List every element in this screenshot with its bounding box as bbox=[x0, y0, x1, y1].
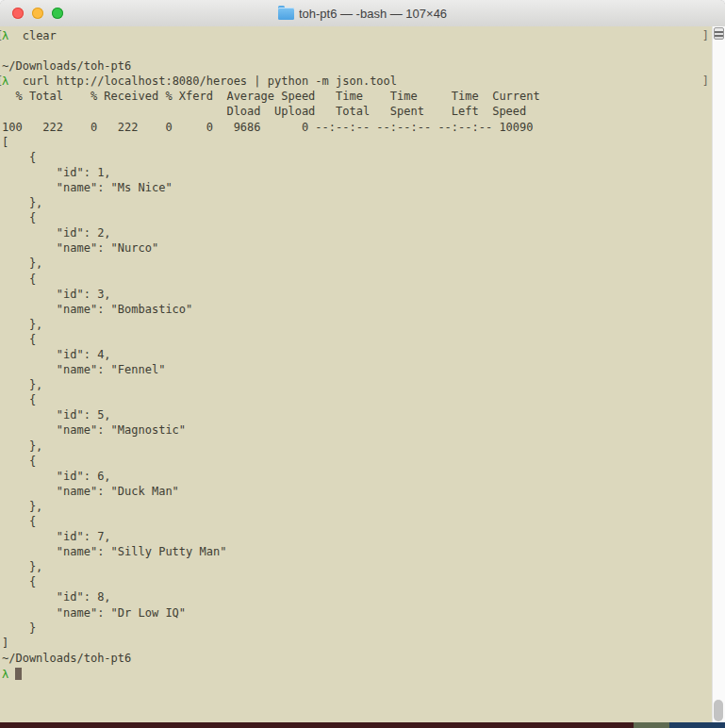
zoom-button[interactable] bbox=[52, 8, 63, 19]
blank-line bbox=[2, 43, 713, 58]
command-line: [λ curl http://localhost:8080/heroes | p… bbox=[2, 74, 713, 89]
prompt-line: λ bbox=[2, 666, 713, 681]
scrollbar-marks-icon bbox=[714, 27, 724, 40]
command-text: curl http://localhost:8080/heroes | pyth… bbox=[8, 74, 397, 88]
title-group: toh-pt6 — -bash — 107×46 bbox=[278, 7, 447, 21]
output-line: "name": "Dr Low IQ" bbox=[2, 605, 713, 620]
background-window-segment bbox=[669, 722, 725, 728]
background-window-segment bbox=[0, 722, 634, 728]
prompt-space bbox=[8, 668, 15, 681]
minimize-button[interactable] bbox=[32, 8, 43, 19]
terminal-mark-left: [ bbox=[0, 74, 3, 89]
output-line: "id": 2, bbox=[2, 225, 713, 240]
output-line: "id": 8, bbox=[2, 589, 713, 604]
output-line: "id": 3, bbox=[2, 287, 713, 302]
output-line: { bbox=[2, 514, 713, 529]
output-line: }, bbox=[2, 195, 713, 210]
output-line: 100 222 0 222 0 0 9686 0 --:--:-- --:--:… bbox=[2, 120, 713, 135]
output-line: "id": 5, bbox=[2, 407, 713, 422]
output-line: ~/Downloads/toh-pt6 bbox=[2, 651, 713, 666]
output-line: "name": "Duck Man" bbox=[2, 484, 713, 499]
output-line: ~/Downloads/toh-pt6 bbox=[2, 58, 713, 74]
output-line: ] bbox=[2, 636, 713, 651]
output-line: { bbox=[2, 272, 713, 287]
window-title: toh-pt6 — -bash — 107×46 bbox=[299, 7, 447, 21]
terminal-cursor bbox=[15, 668, 22, 680]
background-window-edge bbox=[0, 722, 725, 728]
output-line: "id": 1, bbox=[2, 165, 713, 180]
output-line: }, bbox=[2, 499, 713, 514]
output-line: "name": "Magnostic" bbox=[2, 422, 713, 438]
close-button[interactable] bbox=[12, 8, 24, 19]
terminal-mark-left: [ bbox=[0, 28, 3, 43]
output-line: { bbox=[2, 210, 713, 225]
output-line: "id": 4, bbox=[2, 347, 713, 362]
title-bar[interactable]: toh-pt6 — -bash — 107×46 bbox=[0, 0, 725, 27]
output-line: }, bbox=[2, 317, 713, 332]
output-line: "name": "Nurco" bbox=[2, 240, 713, 256]
output-line: "id": 7, bbox=[2, 529, 713, 544]
output-line: "name": "Ms Nice" bbox=[2, 180, 713, 195]
terminal-mark-right: ] bbox=[702, 28, 709, 43]
terminal-screen[interactable]: [λ clear]~/Downloads/toh-pt6[λ curl http… bbox=[0, 26, 713, 722]
output-line: }, bbox=[2, 377, 713, 392]
output-line: "name": "Fennel" bbox=[2, 362, 713, 377]
output-line: "id": 6, bbox=[2, 469, 713, 484]
command-line: [λ clear] bbox=[2, 28, 713, 43]
output-line: { bbox=[2, 454, 713, 469]
terminal-mark-right: ] bbox=[702, 74, 709, 89]
traffic-lights bbox=[12, 8, 63, 19]
output-line: { bbox=[2, 150, 713, 165]
output-line: } bbox=[2, 620, 713, 636]
output-line: }, bbox=[2, 559, 713, 574]
output-line: "name": "Bombastico" bbox=[2, 302, 713, 317]
output-line: Dload Upload Total Spent Left Speed bbox=[2, 104, 713, 119]
terminal-window: toh-pt6 — -bash — 107×46 [λ clear]~/Down… bbox=[0, 0, 725, 728]
command-text: clear bbox=[8, 29, 57, 42]
output-line: % Total % Received % Xferd Average Speed… bbox=[2, 89, 713, 104]
output-line: { bbox=[2, 392, 713, 407]
output-line: [ bbox=[2, 135, 713, 150]
output-line: }, bbox=[2, 256, 713, 271]
output-line: { bbox=[2, 332, 713, 347]
output-line: }, bbox=[2, 438, 713, 454]
folder-icon bbox=[278, 8, 294, 20]
background-window-segment bbox=[634, 722, 669, 728]
output-line: { bbox=[2, 574, 713, 589]
scrollbar[interactable] bbox=[712, 26, 725, 722]
output-line: "name": "Silly Putty Man" bbox=[2, 544, 713, 559]
scrollbar-thumb[interactable] bbox=[714, 700, 723, 721]
